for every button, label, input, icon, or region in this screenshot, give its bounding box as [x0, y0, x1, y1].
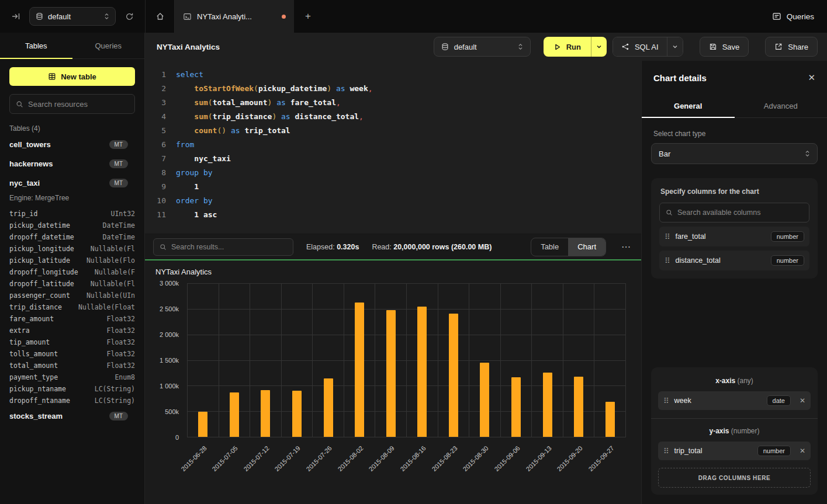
chart-bar-2015-09-20[interactable] [574, 377, 583, 437]
read-stat: Read: 20,000,000 rows (260.00 MB) [372, 243, 492, 251]
topbar-database-select[interactable]: default [29, 7, 116, 26]
plus-icon: + [305, 11, 311, 22]
y-axis-label: y-axis (number) [658, 427, 811, 435]
save-button[interactable]: Save [700, 37, 749, 57]
line-number: 7 [151, 152, 166, 166]
share-button[interactable]: Share [765, 37, 818, 57]
y-tick-label: 1 500k [160, 357, 179, 364]
chart-bar-2015-08-16[interactable] [417, 307, 427, 437]
topbar: default NYTaxi Analyti... [0, 0, 827, 33]
column-row: pickup_latitudeNullable(Flo [9, 255, 135, 266]
column-name: tip_amount [9, 338, 50, 346]
bar-chart: 0500k1 000k1 500k2 000k2 500k3 000k 2015… [154, 279, 628, 504]
chart-bar-2015-08-02[interactable] [355, 303, 364, 437]
tab-nytaxi-analytics[interactable]: NYTaxi Analyti... [175, 0, 294, 33]
tab-general[interactable]: General [642, 95, 735, 117]
elapsed-stat: Elapsed: 0.320s [306, 243, 359, 251]
table-item-hackernews[interactable]: hackernewsMT [9, 154, 135, 173]
column-name: extra [9, 326, 30, 335]
code-text: group by [176, 166, 213, 180]
queries-label: Queries [787, 12, 814, 21]
refresh-icon[interactable] [123, 10, 136, 23]
remove-y-column-icon[interactable]: ✕ [800, 447, 805, 455]
panel-tabs: General Advanced [642, 95, 827, 118]
queries-button[interactable]: Queries [772, 12, 814, 21]
chart-column [406, 283, 438, 437]
sidebar-tab-tables[interactable]: Tables [0, 33, 72, 58]
y-axis-chip[interactable]: ⠿ trip_total number ✕ [658, 442, 811, 460]
column-type: Float32 [107, 326, 135, 335]
collapse-sidebar-icon[interactable] [9, 10, 22, 23]
close-icon[interactable]: ✕ [808, 72, 815, 83]
new-table-button[interactable]: New table [9, 67, 135, 86]
available-column-distance_total[interactable]: ⠿distance_totalnumber [659, 251, 809, 270]
sql-ai-caret[interactable] [667, 37, 683, 56]
column-row: tip_amountFloat32 [9, 336, 135, 348]
new-tab-button[interactable]: + [294, 0, 322, 33]
chart-bar-2015-07-05[interactable] [230, 392, 239, 437]
remove-x-column-icon[interactable]: ✕ [800, 397, 805, 405]
chart-type-select[interactable]: Bar [651, 143, 818, 164]
column-name: fare_amount [9, 315, 54, 323]
chart-column [438, 283, 469, 437]
y-axis-type-badge: number [757, 446, 791, 456]
drop-zone[interactable]: DRAG COLUMNS HERE [658, 468, 811, 488]
chart-bar-2015-07-26[interactable] [324, 378, 333, 437]
y-tick-label: 1 000k [160, 383, 179, 390]
column-name: trip_id [9, 210, 37, 218]
query-database-value: default [454, 43, 513, 51]
editor-column: 1select2 toStartOfWeek(pickup_datetime) … [145, 61, 641, 504]
code-line: 2 toStartOfWeek(pickup_datetime) as week… [151, 82, 641, 96]
search-columns-input[interactable] [677, 208, 803, 217]
chart-bar-2015-09-06[interactable] [511, 377, 521, 437]
engine-badge: MT [109, 412, 128, 420]
chart-bar-2015-06-28[interactable] [198, 412, 207, 437]
chart-bar-2015-09-27[interactable] [605, 402, 615, 437]
chart-bar-2015-08-09[interactable] [386, 310, 396, 437]
table-item-stocks_stream[interactable]: stocks_streamMT [9, 406, 135, 426]
chart-bar-2015-08-23[interactable] [449, 314, 458, 437]
column-name: pickup_datetime [9, 221, 70, 230]
tab-home[interactable] [146, 0, 175, 33]
code-line: 7 nyc_taxi [151, 152, 641, 166]
view-table-button[interactable]: Table [531, 238, 568, 256]
x-axis-name: x-axis [715, 377, 735, 385]
code-text: 1 [176, 180, 199, 194]
chart-bar-2015-09-13[interactable] [543, 373, 552, 437]
query-database-select[interactable]: default [434, 37, 531, 57]
table-item-cell_towers[interactable]: cell_towersMT [9, 135, 135, 154]
panel-title: Chart details [653, 73, 707, 83]
column-type: LC(String) [95, 397, 135, 405]
column-row: fare_amountFloat32 [9, 313, 135, 325]
run-options-caret[interactable] [591, 37, 607, 57]
table-list: cell_towersMThackernewsMTnyc_taxiMTEngin… [0, 135, 144, 504]
chart-bar-2015-07-19[interactable] [292, 391, 302, 437]
y-axis-name: y-axis [709, 427, 729, 435]
column-type-badge: number [771, 231, 804, 242]
more-options-icon[interactable]: ⋯ [619, 241, 633, 252]
code-line: 5 count() as trip_total [151, 124, 641, 138]
search-resources-input[interactable] [28, 100, 129, 109]
x-tick-label: 2015-06-28 [179, 444, 207, 472]
table-item-nyc_taxi[interactable]: nyc_taxiMT [9, 173, 135, 193]
chart-bar-2015-08-30[interactable] [480, 363, 489, 437]
x-axis-chip[interactable]: ⠿ week date ✕ [658, 391, 811, 410]
run-button[interactable]: Run [544, 37, 591, 57]
chart-bar-2015-07-12[interactable] [261, 390, 270, 437]
column-name: tolls_amount [9, 350, 58, 358]
available-column-fare_total[interactable]: ⠿fare_totalnumber [659, 227, 809, 246]
sidebar-tab-queries[interactable]: Queries [72, 33, 145, 58]
column-row: dropoff_longitudeNullable(F [9, 266, 135, 278]
view-chart-button[interactable]: Chart [568, 238, 605, 256]
app-body: Tables Queries New table Tables (4) cell… [0, 33, 827, 504]
sql-editor[interactable]: 1select2 toStartOfWeek(pickup_datetime) … [145, 61, 641, 234]
search-results-input[interactable] [171, 243, 287, 251]
column-name: dropoff_longitude [9, 268, 78, 276]
column-type: Nullable(Flo [86, 256, 135, 265]
run-label: Run [566, 43, 581, 51]
x-axis-column: week [674, 397, 691, 405]
tab-advanced[interactable]: Advanced [735, 95, 827, 117]
unsaved-dot [282, 15, 286, 19]
column-name: pickup_latitude [9, 256, 70, 265]
sql-ai-button[interactable]: SQL AI [613, 37, 667, 56]
